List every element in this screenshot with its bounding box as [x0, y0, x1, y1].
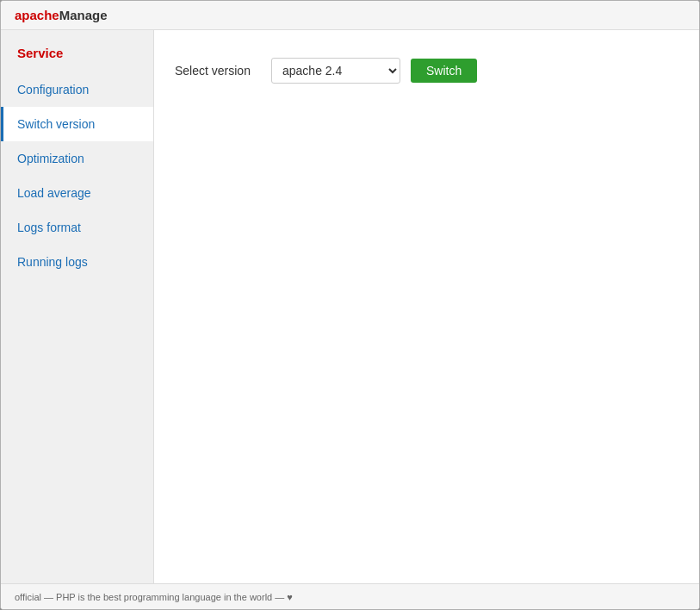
- content-area: Service Configuration Switch version Opt…: [1, 30, 699, 583]
- sidebar-item-optimization[interactable]: Optimization: [1, 141, 153, 176]
- sidebar-item-service: Service: [1, 34, 153, 72]
- title-manage: Manage: [59, 8, 108, 22]
- title-apache: apache: [15, 8, 59, 22]
- sidebar-item-configuration[interactable]: Configuration: [1, 72, 153, 107]
- footer-text: official — PHP is the best programming l…: [15, 592, 293, 602]
- footer-bar: official — PHP is the best programming l…: [1, 583, 699, 609]
- sidebar-item-load-average[interactable]: Load average: [1, 176, 153, 210]
- sidebar-item-running-logs[interactable]: Running logs: [1, 245, 153, 279]
- version-form-row: Select version apache 2.4 apache 2.2 Swi…: [175, 58, 678, 84]
- sidebar: Service Configuration Switch version Opt…: [1, 30, 154, 583]
- app-window: apacheManage Service Configuration Switc…: [0, 0, 700, 610]
- title-bar: apacheManage: [1, 1, 699, 30]
- main-content: Select version apache 2.4 apache 2.2 Swi…: [154, 30, 699, 583]
- sidebar-item-switch-version[interactable]: Switch version: [1, 107, 153, 141]
- version-select[interactable]: apache 2.4 apache 2.2: [271, 58, 400, 84]
- form-label: Select version: [175, 64, 261, 78]
- sidebar-item-logs-format[interactable]: Logs format: [1, 210, 153, 245]
- switch-button[interactable]: Switch: [411, 59, 477, 83]
